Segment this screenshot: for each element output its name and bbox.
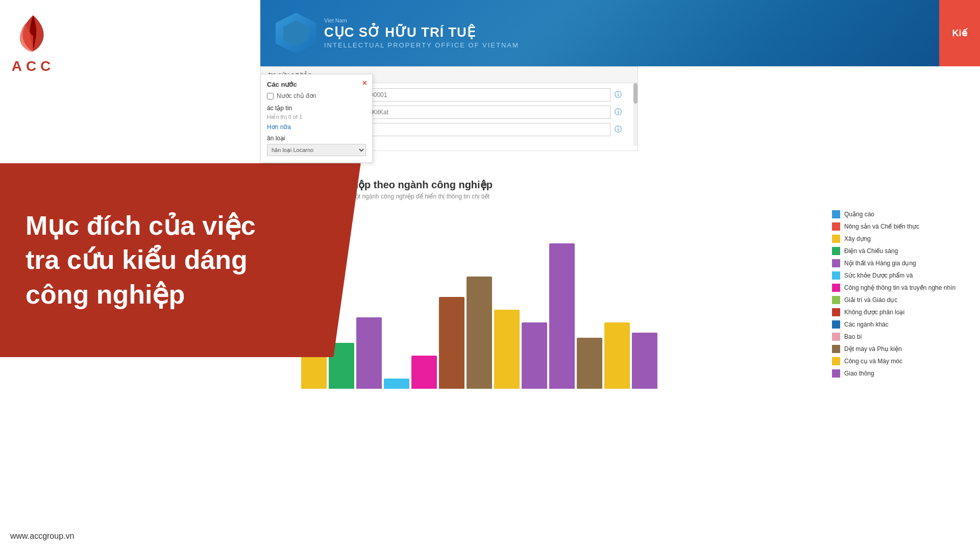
ip-logo-shape [276,13,316,54]
legend-color-6 [832,284,840,292]
search-scrollbar[interactable] [633,83,638,145]
legend-item-5: Sức khỏe Dược phẩm và [832,271,965,280]
hon-nua-button[interactable]: Hơn nữa [267,123,366,131]
chart-bar-3[interactable] [384,379,409,389]
so-don-info-icon[interactable]: ⓘ [615,90,630,99]
legend-item-11: Dệt may và Phụ kiện [832,345,965,353]
ip-main-title: CỤC SỞ HỮU TRÍ TUỆ [324,24,519,40]
so-don-input[interactable] [334,88,610,102]
ip-logo-inner [283,20,309,46]
legend-item-9: Các ngành khác [832,320,965,329]
chart-title: kiểu dáng nộp theo ngành công nghiệp [301,179,965,191]
legend-label-8: Không được phân loại [844,309,904,316]
chart-subtitle: ế nhảy chuột vào một ngành công nghiệp đ… [301,193,965,200]
overlay-title-line1: Mục đích của việc [26,211,256,240]
website-url: www.accgroup.vn [10,532,74,540]
legend-color-12 [832,357,840,365]
chart-bar-4[interactable] [411,356,437,389]
chart-bar-6[interactable] [467,277,492,389]
legend-item-13: Giao thông [832,369,965,378]
nuoc-chu-don-checkbox[interactable] [267,93,274,99]
legend-label-4: Nội thất và Hàng gia dụng [844,260,916,267]
red-overlay: Mục đích của việc tra cứu kiểu dáng công… [0,163,316,357]
overlay-title-line2: tra cứu kiểu dáng [26,245,248,274]
legend-label-9: Các ngành khác [844,321,889,328]
legend-item-8: Không được phân loại [832,308,965,316]
search-scrollbar-thumb [633,83,638,104]
legend-item-1: Nông sản và Chế biến thực [832,222,965,231]
chu-don-info-icon[interactable]: ⓘ [615,125,630,134]
legend-item-4: Nội thất và Hàng gia dụng [832,259,965,267]
ip-viet-nam-label: Viet Nam [324,17,519,23]
acc-logo-area: ACC [10,10,56,74]
chart-bar-8[interactable] [522,322,547,389]
ten-info-icon[interactable]: ⓘ [615,108,630,117]
ip-office-header: Viet Nam CỤC SỞ HỮU TRÍ TUỆ INTELLECTUAL… [260,0,980,66]
legend-color-7 [832,296,840,304]
ip-subtitle: INTELLECTUAL PROPERTY OFFICE OF VIETNAM [324,41,519,49]
legend-color-13 [832,369,840,378]
legend-item-3: Điện và Chiếu sáng [832,247,965,255]
nuoc-chu-don-label: Nước chủ đơn [277,92,316,99]
legend-item-10: Bao bì [832,333,965,341]
chart-container: Quảng cáo Nông sản và Chế biến thực Xây … [301,210,965,394]
dropdown-close-button[interactable]: × [362,79,367,88]
legend-color-5 [832,271,840,280]
ip-title-block: Viet Nam CỤC SỞ HỮU TRÍ TUỆ INTELLECTUAL… [324,17,519,49]
legend-label-11: Dệt may và Phụ kiện [844,345,902,353]
chu-don-input[interactable] [334,123,610,136]
legend-color-3 [832,247,840,255]
website-footer: www.accgroup.vn [10,532,74,541]
chart-bar-9[interactable] [549,243,575,389]
locarno-select[interactable]: hân loại Locarno [267,144,366,156]
legend-color-8 [832,308,840,316]
legend-label-7: Giải trí và Giáo dục [844,296,897,304]
legend-label-3: Điện và Chiếu sáng [844,247,898,255]
dropdown-title: Các nước [267,81,366,88]
legend-label-0: Quảng cáo [844,211,874,218]
chart-bar-11[interactable] [604,322,630,389]
dropdown-panel: × Các nước Nước chủ đơn ác tập tin Hiển … [260,74,373,163]
chart-bar-2[interactable] [356,317,382,389]
legend-label-13: Giao thông [844,370,874,377]
chart-legend: Quảng cáo Nông sản và Chế biến thực Xây … [822,210,965,382]
chart-area: kiểu dáng nộp theo ngành công nghiệp ế n… [291,168,980,551]
chart-bar-5[interactable] [439,297,464,389]
ten-input[interactable] [334,106,610,119]
legend-color-2 [832,235,840,243]
chart-bars[interactable] [301,210,822,394]
legend-item-2: Xây dựng [832,235,965,243]
legend-color-11 [832,345,840,353]
dropdown-checkbox-row: Nước chủ đơn [267,92,366,99]
an-loai-label: ân loại [267,135,366,142]
ac-tap-tin-label: ác tập tin [267,105,366,112]
legend-color-9 [832,320,840,329]
chart-bar-7[interactable] [494,310,520,389]
overlay-title: Mục đích của việc tra cứu kiểu dáng công… [26,209,291,312]
legend-label-12: Công cụ và Máy móc [844,358,902,365]
chart-bar-10[interactable] [577,338,602,389]
legend-color-10 [832,333,840,341]
legend-item-6: Công nghệ thông tin và truyền nghe nhìn [832,284,965,292]
acc-logo-icon [10,10,56,56]
show-count-label: Hiển thị 0 of 1 [267,114,366,120]
kie-label: Kiế [952,28,967,39]
legend-item-0: Quảng cáo [832,210,965,218]
legend-item-12: Công cụ và Máy móc [832,357,965,365]
legend-label-10: Bao bì [844,333,862,340]
overlay-title-line3: công nghiệp [26,280,185,309]
legend-color-0 [832,210,840,218]
legend-label-6: Công nghệ thông tin và truyền nghe nhìn [844,284,955,291]
legend-label-5: Sức khỏe Dược phẩm và [844,272,913,279]
kie-button[interactable]: Kiế [939,0,980,66]
legend-color-1 [832,222,840,231]
chart-bar-12[interactable] [632,333,657,389]
acc-logo-text: ACC [12,58,55,74]
legend-color-4 [832,259,840,267]
legend-label-2: Xây dựng [844,235,871,242]
legend-label-1: Nông sản và Chế biến thực [844,223,919,230]
legend-item-7: Giải trí và Giáo dục [832,296,965,304]
